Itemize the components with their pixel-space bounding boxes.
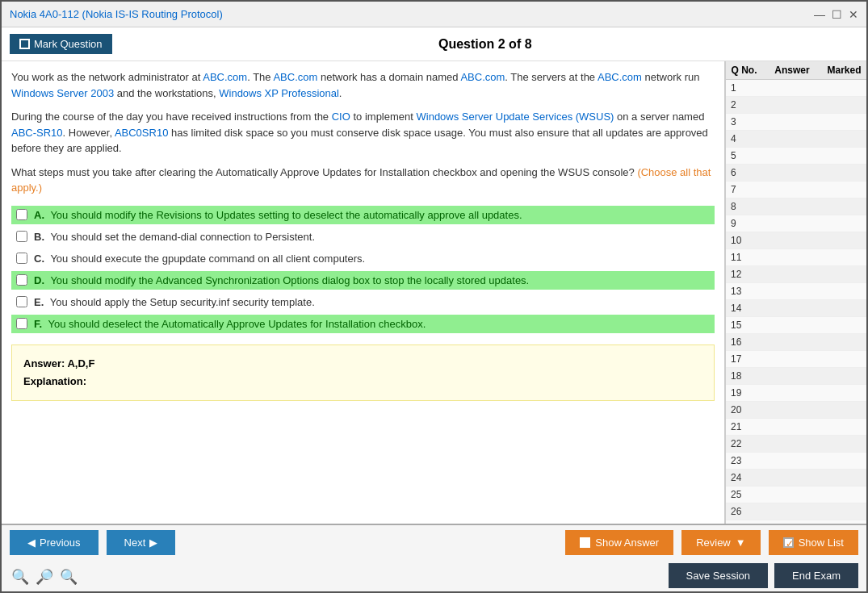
sidebar-qno-7: 7 [726,182,762,198]
sidebar-row-1[interactable]: 1 [726,80,866,97]
question-context-1: You work as the network administrator at… [11,69,715,101]
sidebar-marked-5 [822,148,866,164]
answer-label: Answer: A,D,F [23,355,702,373]
sidebar-row-21[interactable]: 21 [726,419,866,436]
sidebar-row-8[interactable]: 8 [726,198,866,215]
review-arrow-icon: ▼ [736,537,746,549]
review-label: Review [696,537,731,549]
option-label-f: F. You should deselect the Automatically… [34,318,426,330]
sidebar-marked-26 [822,503,866,520]
sidebar-marked-13 [822,283,866,299]
next-button[interactable]: Next ▶ [107,530,176,555]
sidebar: Q No. Answer Marked 1 2 3 4 5 6 [725,61,866,524]
sidebar-row-7[interactable]: 7 [726,182,866,198]
mark-checkbox-icon [19,39,30,49]
show-answer-button[interactable]: Show Answer [565,530,673,555]
sidebar-row-9[interactable]: 9 [726,215,866,232]
sidebar-row-2[interactable]: 2 [726,97,866,114]
window-controls[interactable]: — ☐ ✕ [814,8,858,21]
sidebar-marked-20 [822,402,866,418]
review-button[interactable]: Review ▼ [681,530,761,555]
sidebar-marked-16 [822,334,866,350]
sidebar-answer-15 [762,317,822,333]
sidebar-row-24[interactable]: 24 [726,470,866,487]
sidebar-row-20[interactable]: 20 [726,402,866,419]
sidebar-marked-17 [822,351,866,367]
sidebar-row-17[interactable]: 17 [726,351,866,368]
show-list-button[interactable]: ✓ Show List [769,530,858,555]
sidebar-qno-14: 14 [726,300,762,316]
minimize-icon[interactable]: — [814,8,825,21]
sidebar-qno-11: 11 [726,249,762,265]
sidebar-row-16[interactable]: 16 [726,334,866,351]
sidebar-answer-2 [762,97,822,113]
sidebar-row-26[interactable]: 26 [726,503,866,520]
sidebar-answer-6 [762,165,822,181]
sidebar-row-12[interactable]: 12 [726,266,866,283]
question-panel: You work as the network administrator at… [2,61,725,524]
mark-question-label: Mark Question [34,38,103,50]
sidebar-qno-9: 9 [726,215,762,232]
option-checkbox-c[interactable] [16,253,27,264]
sidebar-row-22[interactable]: 22 [726,436,866,453]
previous-arrow-icon: ◀ [27,537,36,549]
zoom-normal-button[interactable]: 🔎 [34,568,55,586]
explanation-label: Explanation: [23,373,702,390]
next-arrow-icon: ▶ [149,537,157,549]
sidebar-answer-13 [762,283,822,299]
previous-button[interactable]: ◀ Previous [10,530,99,555]
sidebar-row-5[interactable]: 5 [726,148,866,165]
sidebar-row-3[interactable]: 3 [726,114,866,131]
maximize-icon[interactable]: ☐ [832,8,842,21]
option-row-b: B. You should set the demand-dial connec… [11,228,715,246]
sidebar-row-18[interactable]: 18 [726,368,866,385]
sidebar-qno-12: 12 [726,266,762,282]
sidebar-qno-20: 20 [726,402,762,418]
sidebar-row-10[interactable]: 10 [726,232,866,249]
zoom-in-button[interactable]: 🔍 [10,568,31,586]
end-exam-button[interactable]: End Exam [774,563,858,588]
sidebar-qno-22: 22 [726,436,762,452]
sidebar-qno-24: 24 [726,470,762,486]
save-session-button[interactable]: Save Session [669,563,769,588]
sidebar-row-23[interactable]: 23 [726,453,866,470]
previous-label: Previous [40,537,81,549]
sidebar-qno-26: 26 [726,503,762,520]
sidebar-answer-5 [762,148,822,164]
sidebar-marked-8 [822,198,866,215]
sidebar-row-11[interactable]: 11 [726,249,866,266]
show-answer-label: Show Answer [595,537,659,549]
sidebar-marked-11 [822,249,866,265]
content-wrapper: Mark Question Question 2 of 8 You work a… [2,27,866,593]
option-checkbox-d[interactable] [16,274,27,286]
sidebar-marked-10 [822,232,866,248]
mark-question-button[interactable]: Mark Question [10,34,112,54]
sidebar-row-15[interactable]: 15 [726,317,866,334]
sidebar-qno-1: 1 [726,80,762,96]
zoom-out-button[interactable]: 🔍 [58,568,79,586]
sidebar-row-4[interactable]: 4 [726,131,866,148]
option-row-e: E. You should apply the Setup security.i… [11,293,715,311]
sidebar-answer-16 [762,334,822,350]
sidebar-marked-14 [822,300,866,316]
sidebar-answer-22 [762,436,822,452]
sidebar-row-6[interactable]: 6 [726,165,866,182]
option-row-c: C. You should execute the gpupdate comma… [11,249,715,268]
show-list-label: Show List [799,537,844,549]
option-checkbox-e[interactable] [16,296,27,307]
option-checkbox-b[interactable] [16,231,27,242]
option-checkbox-a[interactable] [16,209,27,220]
sidebar-answer-19 [762,385,822,401]
close-icon[interactable]: ✕ [849,8,858,21]
option-checkbox-f[interactable] [16,318,27,329]
sidebar-qno-21: 21 [726,419,762,435]
sidebar-row-14[interactable]: 14 [726,300,866,317]
sidebar-marked-9 [822,215,866,232]
sidebar-marked-12 [822,266,866,282]
sidebar-marked-21 [822,419,866,435]
sidebar-answer-1 [762,80,822,96]
sidebar-row-25[interactable]: 25 [726,487,866,503]
sidebar-answer-21 [762,419,822,435]
sidebar-row-13[interactable]: 13 [726,283,866,300]
sidebar-row-19[interactable]: 19 [726,385,866,402]
